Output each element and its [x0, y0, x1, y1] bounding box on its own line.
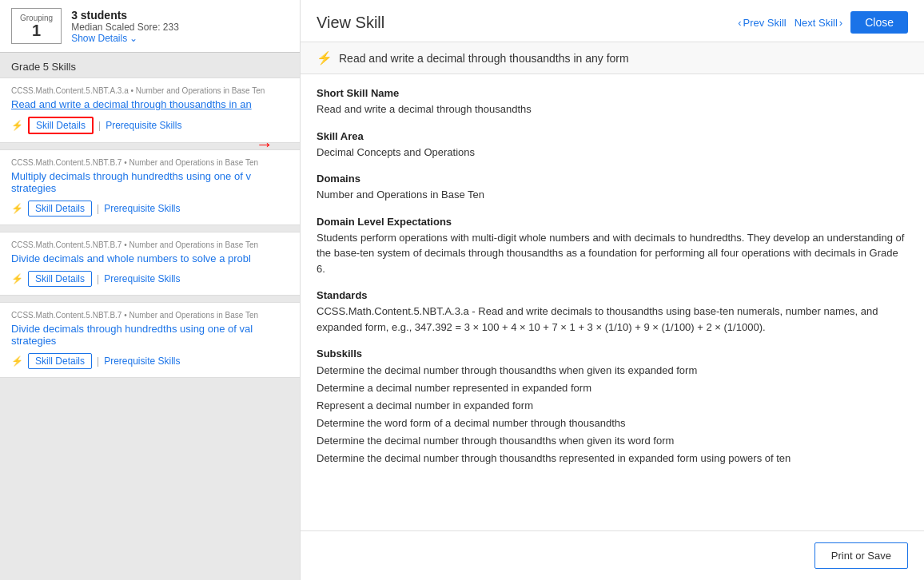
domain-expectations-block: Domain Level Expectations Students perfo… — [317, 216, 908, 277]
separator-3: | — [97, 273, 99, 284]
modal-title: View Skill — [317, 14, 384, 32]
prereq-link-4[interactable]: Prerequisite Skills — [104, 356, 180, 367]
domain-expectations-label: Domain Level Expectations — [317, 216, 908, 228]
short-skill-name-value: Read and write a decimal through thousan… — [317, 101, 908, 117]
modal-body: Short Skill Name Read and write a decima… — [301, 74, 924, 530]
skill-details-button-2[interactable]: Skill Details — [28, 201, 92, 217]
standards-label: Standards — [317, 289, 908, 301]
next-skill-link[interactable]: Next Skill › — [795, 17, 843, 29]
subskills-list: Determine the decimal number through tho… — [317, 362, 908, 468]
view-skill-modal: View Skill ‹ Prev Skill Next Skill › Clo… — [300, 0, 924, 580]
modal-footer: Print or Save — [301, 530, 924, 580]
domains-value: Number and Operations in Base Ten — [317, 187, 908, 203]
skill-area-block: Skill Area Decimal Concepts and Operatio… — [317, 130, 908, 161]
separator-4: | — [97, 356, 99, 367]
skill-area-value: Decimal Concepts and Operations — [317, 145, 908, 161]
subskills-label: Subskills — [317, 348, 908, 360]
prereq-link-1[interactable]: Prerequisite Skills — [106, 120, 181, 131]
skill-title-1[interactable]: Read and write a decimal through thousan… — [11, 98, 289, 110]
skill-title-3[interactable]: Divide decimals and whole numbers to sol… — [11, 252, 289, 264]
short-skill-name-label: Short Skill Name — [317, 87, 908, 99]
skill-item-3: CCSS.Math.Content.5.NBT.B.7 • Number and… — [0, 232, 300, 296]
skill-actions-4: ⚡ Skill Details | Prerequisite Skills — [11, 353, 289, 369]
skill-header-bar: ⚡ Read and write a decimal through thous… — [301, 42, 924, 74]
skill-item-1: CCSS.Math.Content.5.NBT.A.3.a • Number a… — [0, 77, 300, 143]
grouping-header: Grouping 1 3 students Median Scaled Sore… — [0, 0, 300, 53]
grouping-number: 1 — [20, 22, 53, 38]
subskill-item: Determine the decimal number through tho… — [317, 432, 908, 450]
skill-standard-2: CCSS.Math.Content.5.NBT.B.7 • Number and… — [11, 158, 289, 167]
grade-label: Grade 5 Skills — [0, 53, 300, 77]
modal-nav: ‹ Prev Skill Next Skill › Close — [738, 11, 908, 34]
students-count: 3 students — [71, 9, 179, 22]
subskill-item: Determine the decimal number through tho… — [317, 362, 908, 379]
subskills-block: Subskills Determine the decimal number t… — [317, 348, 908, 468]
separator-2: | — [97, 203, 99, 214]
grouping-box: Grouping 1 — [11, 8, 62, 44]
skill-area-label: Skill Area — [317, 130, 908, 142]
skill-item-2: CCSS.Math.Content.5.NBT.B.7 • Number and… — [0, 149, 300, 225]
show-details-link[interactable]: Show Details ⌄ — [71, 33, 179, 44]
chevron-left-icon: ‹ — [738, 17, 741, 29]
skill-details-button-3[interactable]: Skill Details — [28, 271, 92, 287]
prev-skill-link[interactable]: ‹ Prev Skill — [738, 17, 787, 29]
domains-block: Domains Number and Operations in Base Te… — [317, 173, 908, 203]
median-score: Median Scaled Sore: 233 — [71, 22, 179, 33]
red-arrow-indicator: → — [256, 134, 273, 155]
skill-actions-2: ⚡ Skill Details | Prerequisite Skills — [11, 201, 289, 217]
lightning-icon-2: ⚡ — [11, 203, 23, 214]
separator-1: | — [98, 120, 101, 131]
skill-standard-4: CCSS.Math.Content.5.NBT.B.7 • Number and… — [11, 311, 289, 320]
domain-expectations-value: Students perform operations with multi-d… — [317, 230, 908, 277]
prereq-link-2[interactable]: Prerequisite Skills — [104, 203, 180, 214]
skill-standard-1: CCSS.Math.Content.5.NBT.A.3.a • Number a… — [11, 86, 289, 95]
lightning-icon-3: ⚡ — [11, 273, 23, 284]
skill-title-2[interactable]: Multiply decimals through hundredths usi… — [11, 170, 289, 194]
skill-item-4: CCSS.Math.Content.5.NBT.B.7 • Number and… — [0, 302, 300, 378]
lightning-icon-4: ⚡ — [11, 356, 23, 367]
skill-title-4[interactable]: Divide decimals through hundredths using… — [11, 323, 289, 347]
subskill-item: Determine a decimal number represented i… — [317, 379, 908, 397]
subskill-item: Represent a decimal number in expanded f… — [317, 397, 908, 415]
chevron-down-icon: ⌄ — [129, 33, 137, 44]
standards-value: CCSS.Math.Content.5.NBT.A.3.a - Read and… — [317, 304, 908, 335]
close-button[interactable]: Close — [850, 11, 908, 34]
skill-header-title: Read and write a decimal through thousan… — [339, 52, 629, 65]
skill-details-button-1[interactable]: Skill Details — [28, 117, 94, 134]
chevron-right-icon: › — [839, 17, 842, 29]
print-or-save-button[interactable]: Print or Save — [814, 542, 908, 569]
subskill-item: Determine the decimal number through tho… — [317, 450, 908, 467]
standards-block: Standards CCSS.Math.Content.5.NBT.A.3.a … — [317, 289, 908, 335]
lightning-header-icon: ⚡ — [317, 50, 333, 66]
short-skill-name-block: Short Skill Name Read and write a decima… — [317, 87, 908, 117]
lightning-icon-1: ⚡ — [11, 120, 23, 131]
header-info: 3 students Median Scaled Sore: 233 Show … — [71, 9, 179, 44]
domains-label: Domains — [317, 173, 908, 185]
modal-header: View Skill ‹ Prev Skill Next Skill › Clo… — [301, 0, 924, 42]
skill-actions-1: ⚡ Skill Details | Prerequisite Skills — [11, 117, 289, 134]
skill-details-button-4[interactable]: Skill Details — [28, 353, 92, 369]
skill-standard-3: CCSS.Math.Content.5.NBT.B.7 • Number and… — [11, 240, 289, 249]
skill-actions-3: ⚡ Skill Details | Prerequisite Skills — [11, 271, 289, 287]
left-panel: Grouping 1 3 students Median Scaled Sore… — [0, 0, 300, 580]
prereq-link-3[interactable]: Prerequisite Skills — [104, 273, 180, 284]
subskill-item: Determine the word form of a decimal num… — [317, 415, 908, 432]
